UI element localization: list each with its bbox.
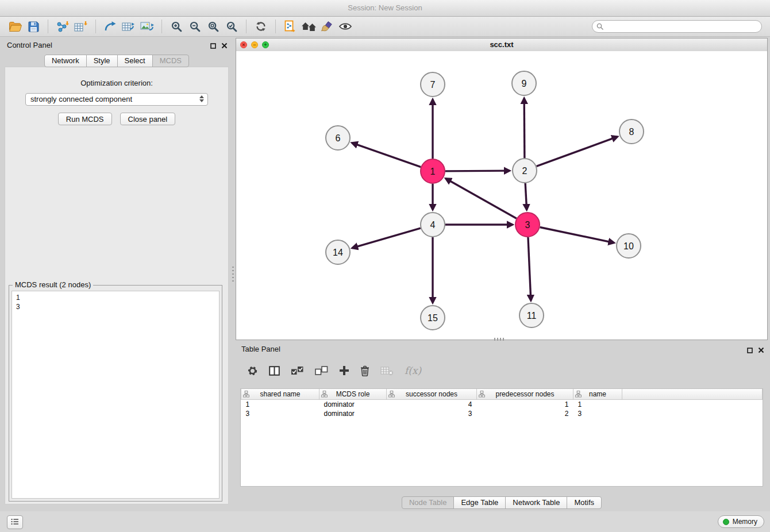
run-mcds-button[interactable]: Run MCDS	[58, 113, 112, 125]
column-label: MCDS role	[336, 390, 370, 398]
node-table: shared nameMCDS rolesuccessor nodesprede…	[240, 388, 763, 487]
column-header-MCDS-role[interactable]: MCDS role	[319, 389, 387, 400]
settings-gear-icon[interactable]	[247, 365, 258, 376]
network-canvas[interactable]: 7968124314101511	[236, 51, 767, 340]
table-tab-motifs[interactable]: Motifs	[567, 496, 602, 509]
window-minimize-icon[interactable]: −	[251, 41, 258, 48]
app-titlebar[interactable]: Session: New Session	[0, 0, 770, 17]
control-panel-close-icon[interactable]	[221, 41, 228, 51]
tab-style[interactable]: Style	[86, 55, 118, 67]
app-title: Session: New Session	[348, 3, 422, 12]
save-session-icon[interactable]	[24, 18, 43, 34]
column-type-icon	[479, 391, 485, 399]
table-tab-node-table[interactable]: Node Table	[402, 496, 455, 509]
cell-filler	[622, 409, 763, 418]
column-label: successor nodes	[406, 390, 457, 398]
zoom-selected-icon[interactable]	[222, 18, 241, 34]
edge-2-3[interactable]	[525, 183, 526, 210]
edge-2-8[interactable]	[537, 137, 618, 167]
zoom-in-icon[interactable]	[167, 18, 186, 34]
show-columns-icon[interactable]	[269, 366, 280, 376]
svg-text:3: 3	[525, 220, 530, 230]
memory-button[interactable]: Memory	[718, 515, 764, 528]
edge-1-2[interactable]	[445, 171, 510, 171]
node-14[interactable]: 14	[326, 240, 350, 264]
edge-3-10[interactable]	[540, 228, 614, 243]
column-header-shared-name[interactable]: shared name	[241, 389, 319, 400]
node-4[interactable]: 4	[421, 213, 445, 237]
edge-3-11[interactable]	[528, 237, 531, 300]
node-11[interactable]: 11	[519, 303, 544, 327]
column-label: name	[589, 390, 606, 398]
node-9[interactable]: 9	[512, 71, 536, 95]
tab-mcds[interactable]: MCDS	[152, 55, 189, 67]
zoom-fit-icon[interactable]	[204, 18, 222, 34]
cell-successor-nodes: 3	[387, 409, 477, 418]
table-tab-edge-table[interactable]: Edge Table	[453, 496, 506, 509]
edge-4-14[interactable]	[352, 228, 421, 248]
search-input[interactable]	[592, 20, 762, 33]
network-graph[interactable]: 7968124314101511	[236, 51, 767, 340]
svg-text:14: 14	[333, 248, 343, 257]
export-image-icon[interactable]	[138, 18, 156, 34]
import-network-icon[interactable]	[53, 18, 72, 34]
column-header-filler	[622, 389, 763, 400]
close-panel-button[interactable]: Close panel	[120, 113, 176, 125]
control-panel-tabs: NetworkStyleSelectMCDS	[2, 55, 231, 67]
node-1[interactable]: 1	[421, 159, 445, 183]
edge-3-1[interactable]	[446, 179, 517, 218]
node-7[interactable]: 7	[421, 72, 445, 97]
vertical-splitter[interactable]	[231, 38, 236, 508]
deselect-all-rows-icon[interactable]	[315, 365, 328, 376]
table-panel-close-icon[interactable]	[758, 345, 764, 356]
show-hide-icon[interactable]	[336, 18, 355, 34]
table-panel-float-icon[interactable]	[747, 345, 753, 356]
cell-name: 1	[573, 400, 622, 410]
tab-network[interactable]: Network	[44, 55, 87, 67]
column-header-name[interactable]: name	[573, 389, 622, 400]
cell-name: 3	[573, 409, 622, 418]
memory-status-dot	[723, 519, 729, 525]
table-row[interactable]: 1dominator411	[241, 400, 763, 410]
edge-1-6[interactable]	[352, 143, 421, 167]
node-10[interactable]: 10	[617, 234, 641, 258]
column-header-predecessor-nodes[interactable]: predecessor nodes	[477, 389, 573, 400]
node-8[interactable]: 8	[619, 119, 644, 144]
export-table-icon[interactable]	[120, 18, 138, 34]
toolbar-separator	[246, 20, 247, 33]
add-column-icon[interactable]	[339, 365, 349, 376]
export-network-icon[interactable]	[101, 18, 120, 34]
window-zoom-icon[interactable]: +	[262, 41, 269, 48]
import-table-icon[interactable]	[72, 18, 90, 34]
zoom-out-icon[interactable]	[186, 18, 204, 34]
status-menu-button[interactable]	[7, 515, 23, 529]
table-tab-network-table[interactable]: Network Table	[505, 496, 567, 509]
open-session-icon[interactable]	[6, 18, 24, 34]
apply-style-icon[interactable]	[318, 18, 336, 34]
node-3[interactable]: 3	[515, 213, 540, 237]
new-network-from-selection-icon[interactable]	[281, 18, 299, 34]
delete-column-icon[interactable]	[360, 365, 369, 376]
network-window-titlebar[interactable]: ×−+ scc.txt	[236, 38, 767, 52]
refresh-icon[interactable]	[252, 18, 270, 34]
window-close-icon[interactable]: ×	[240, 41, 247, 48]
horizontal-splitter-handle[interactable]	[494, 338, 506, 341]
control-panel-float-icon[interactable]	[210, 41, 216, 51]
select-all-rows-icon[interactable]	[291, 365, 304, 376]
main-toolbar	[0, 17, 770, 37]
table-row[interactable]: 3dominator323	[241, 409, 763, 418]
cell-MCDS-role: dominator	[319, 400, 387, 410]
criterion-dropdown[interactable]: strongly connected component	[25, 93, 208, 106]
column-header-successor-nodes[interactable]: successor nodes	[387, 389, 477, 400]
tab-select[interactable]: Select	[117, 55, 153, 67]
edge-2-9[interactable]	[524, 98, 525, 158]
node-15[interactable]: 15	[421, 306, 445, 330]
toolbar-separator	[161, 20, 162, 33]
window-controls: ×−+	[240, 41, 269, 48]
node-2[interactable]: 2	[513, 159, 537, 183]
column-label: predecessor nodes	[495, 390, 554, 398]
first-neighbors-icon[interactable]	[299, 18, 318, 34]
node-6[interactable]: 6	[326, 126, 350, 150]
column-type-icon	[243, 391, 249, 399]
mcds-result-list[interactable]: 13	[11, 291, 220, 499]
